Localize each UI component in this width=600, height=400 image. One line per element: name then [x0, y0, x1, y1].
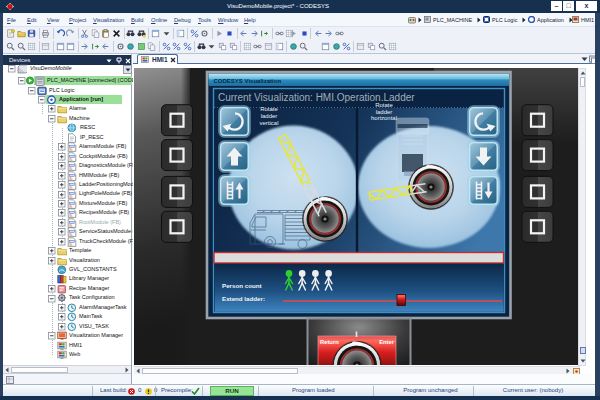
svg-text:horizontal: horizontal [371, 115, 397, 121]
svg-text:Extend ladder:: Extend ladder: [222, 295, 265, 302]
svg-text:ladder: ladder [376, 109, 393, 115]
svg-text:Enter: Enter [379, 339, 395, 345]
svg-text:vertical: vertical [259, 120, 278, 126]
svg-text:ladder: ladder [261, 113, 278, 119]
svg-text:Rotate: Rotate [260, 106, 278, 112]
svg-text:Current Visualization: HMI.Ope: Current Visualization: HMI.Operation.Lad… [218, 92, 415, 103]
svg-text:Return: Return [320, 339, 339, 345]
svg-text:Rotate: Rotate [375, 102, 393, 108]
svg-text:CODESYS Visualization: CODESYS Visualization [214, 78, 282, 84]
svg-text:Person count: Person count [222, 282, 262, 289]
